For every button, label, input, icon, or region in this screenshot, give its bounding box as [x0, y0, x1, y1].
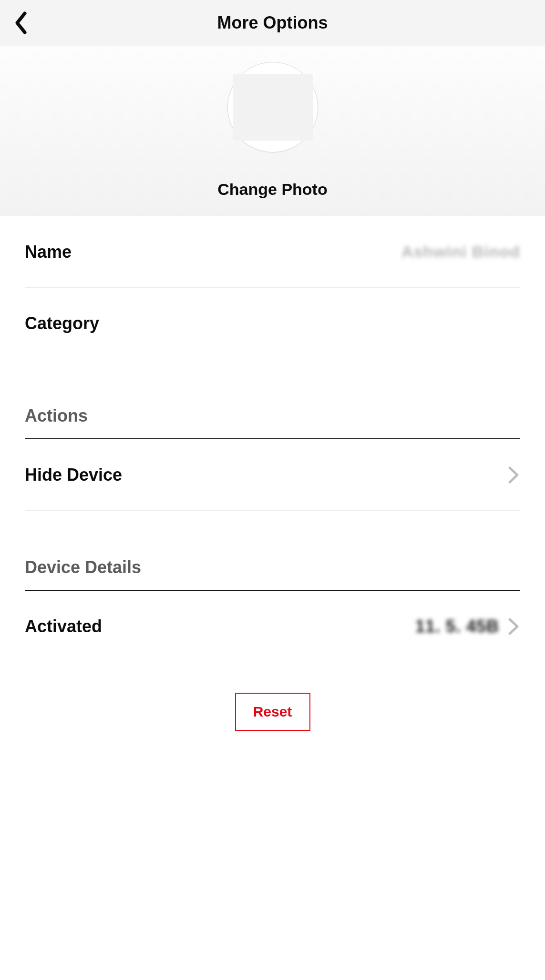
activated-row[interactable]: Activated 11. 5. 45B — [25, 591, 520, 662]
hide-device-row[interactable]: Hide Device — [25, 439, 520, 511]
avatar-placeholder — [233, 74, 313, 141]
actions-heading: Actions — [25, 406, 520, 439]
photo-section: Change Photo — [0, 46, 545, 216]
chevron-left-icon — [13, 11, 29, 34]
category-label: Category — [25, 313, 99, 333]
name-row[interactable]: Name Ashwini Binod — [25, 216, 520, 288]
change-photo-button[interactable]: Change Photo — [217, 180, 327, 199]
reset-button[interactable]: Reset — [235, 693, 310, 731]
page-title: More Options — [0, 13, 545, 33]
name-value: Ashwini Binod — [401, 242, 520, 261]
activated-label: Activated — [25, 616, 102, 636]
avatar[interactable] — [227, 62, 318, 152]
activated-value: 11. 5. 45B — [415, 616, 499, 636]
hide-device-label: Hide Device — [25, 465, 122, 485]
chevron-right-icon — [508, 617, 520, 636]
back-button[interactable] — [7, 0, 35, 46]
reset-wrap: Reset — [25, 693, 520, 731]
actions-section: Actions Hide Device — [25, 406, 520, 511]
device-details-section: Device Details Activated 11. 5. 45B — [25, 557, 520, 662]
header-bar: More Options — [0, 0, 545, 46]
name-label: Name — [25, 242, 72, 262]
category-row[interactable]: Category — [25, 288, 520, 359]
content-area: Name Ashwini Binod Category Actions Hide… — [0, 216, 545, 731]
device-details-heading: Device Details — [25, 557, 520, 591]
chevron-right-icon — [508, 466, 520, 484]
